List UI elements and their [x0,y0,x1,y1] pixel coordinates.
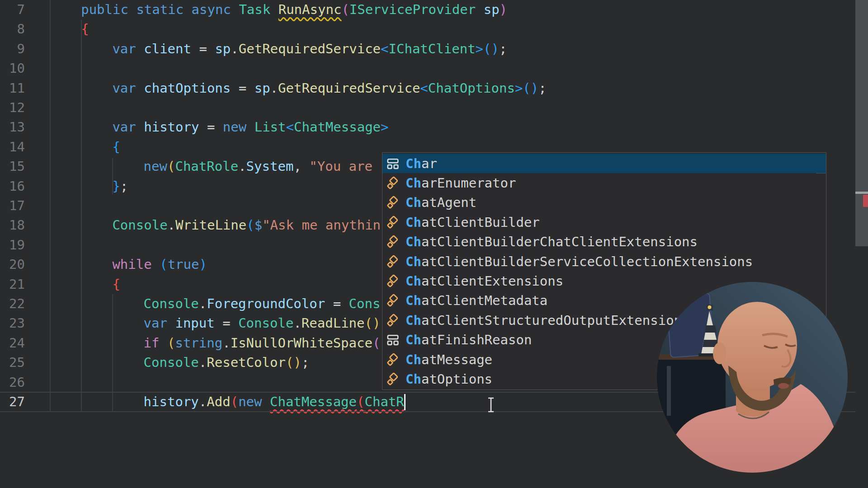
code-token: "You are [309,159,380,174]
code-token: System [246,159,294,174]
code-token: . [270,80,278,96]
code-token: > [476,41,483,56]
line-number: 20 [0,255,25,274]
code-token: IsNullOrWhiteSpace [231,335,373,351]
code-token: ( [231,394,238,409]
code-line[interactable]: { [81,19,89,39]
code-line[interactable]: var history = new List<ChatMessage> [112,117,388,137]
code-token: Cons [349,296,381,311]
code-token: IServiceProvider [349,2,476,17]
suggest-item-label: ChatClientMetadata [406,293,547,308]
code-token: $ [255,217,262,233]
line-number: 27 [0,392,25,412]
line-number: 13 [0,117,25,137]
class-icon [386,353,400,366]
suggest-item[interactable]: Char [382,154,826,173]
code-line[interactable]: Console.ForegroundColor = Cons [144,294,381,314]
code-token: chatOptions [144,80,231,96]
line-number: 10 [0,59,25,78]
suggest-item-label: ChatFinishReason [406,332,532,347]
code-token: Console [144,296,199,311]
overview-cursor-marker [855,192,868,194]
code-token: () [523,80,538,96]
suggest-item-label: ChatClientBuilderChatClientExtensions [406,234,698,249]
line-number: 23 [0,314,25,333]
code-token: . [238,159,246,174]
code-token: . [222,335,230,351]
suggest-item[interactable]: ChatClientBuilderServiceCollectionExtens… [382,252,826,271]
code-token: var [112,41,144,56]
code-line[interactable]: { [112,275,120,294]
suggest-item-label: ChatAgent [406,195,476,210]
code-token: ( [357,394,364,409]
code-line[interactable]: if (string.IsNullOrWhiteSpace( [144,333,381,353]
code-token: sp [484,2,500,17]
code-token: { [81,21,89,37]
code-token: () [286,355,302,370]
code-token: > [381,119,388,135]
line-number: 15 [0,157,25,176]
code-token: new [238,394,270,409]
code-line[interactable]: while (true) [112,255,207,274]
code-token: () [365,315,381,331]
code-token: GetRequiredService [239,41,381,56]
code-line[interactable]: history.Add(new ChatMessage(ChatR [144,392,404,412]
line-number: 25 [0,353,25,372]
struct-icon [386,157,400,170]
code-token: { [112,277,120,292]
code-token: . [168,217,175,233]
code-line[interactable]: var chatOptions = sp.GetRequiredService<… [112,79,546,98]
overview-error-marker [863,195,868,207]
class-icon [386,314,400,327]
suggest-item[interactable]: ChatClientBuilder [382,212,826,232]
webcam-overlay [657,282,848,473]
code-token: ) [199,257,207,272]
code-token: { [112,139,120,155]
class-icon [386,216,400,229]
code-line[interactable]: }; [112,177,128,196]
shelf-pipe [667,366,671,416]
code-token: ( [341,2,349,17]
indent-guide [112,294,113,412]
code-token: var [112,119,144,135]
code-token: = [325,296,349,311]
code-token: ChatRole [175,159,238,174]
editor-scrollbar-thumb[interactable] [855,0,868,246]
text-caret [404,394,406,410]
suggest-item[interactable]: ChatAgent [382,193,826,212]
code-token: sp [255,80,270,96]
code-token: = [215,315,238,331]
suggest-item-label: ChatClientExtensions [406,273,563,289]
suggest-item-label: ChatClientStructuredOutputExtensions [406,313,690,328]
suggest-item[interactable]: ChatClientBuilderChatClientExtensions [382,232,826,252]
code-token: = [191,41,215,56]
code-token: input [175,315,214,331]
code-token: Console [238,315,293,331]
code-token: new [223,119,255,135]
code-editor[interactable]: 789101112131415161718192021222324252627 … [0,0,868,488]
code-token: ; [120,178,128,194]
line-number: 12 [0,98,25,117]
code-token: ( [160,257,167,272]
line-number: 24 [0,333,25,353]
code-token: ; [538,80,546,96]
code-token: ForegroundColor [207,296,325,311]
code-line[interactable]: new(ChatRole.System, "You are [144,157,381,176]
code-line[interactable]: var input = Console.ReadLine() [144,314,381,333]
code-line[interactable]: Console.ResetColor(); [144,353,310,372]
code-token: history [144,119,199,135]
code-token: Task [239,2,278,17]
code-line[interactable]: Console.WriteLine($"Ask me anythin [112,216,381,235]
code-line[interactable]: public static async Task RunAsync(IServi… [81,0,507,19]
code-line[interactable]: var client = sp.GetRequiredService<IChat… [112,39,507,59]
mouse-cursor-ibeam [486,397,495,415]
code-token: . [293,315,301,331]
code-token: < [381,41,388,56]
line-number: 22 [0,294,25,314]
code-token: sp [215,41,231,56]
code-token: Console [144,355,199,370]
code-token: true [168,257,199,272]
code-line[interactable]: { [112,137,120,157]
indent-guide [50,0,51,412]
suggest-item[interactable]: CharEnumerator [382,173,826,192]
